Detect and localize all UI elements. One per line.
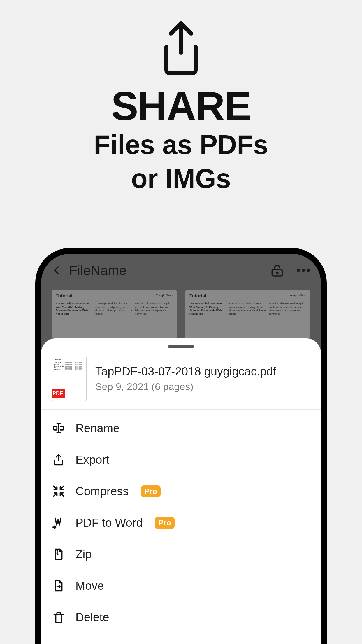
export-action[interactable]: Export (52, 444, 310, 475)
move-label: Move (75, 579, 104, 592)
pro-badge: Pro (155, 517, 174, 529)
phone-screen: FileName (41, 254, 321, 644)
move-icon (52, 579, 66, 593)
compress-icon (52, 484, 66, 498)
delete-icon (52, 610, 66, 624)
rename-action[interactable]: Rename (52, 412, 310, 444)
promo-subline-2: or IMGs (0, 163, 362, 194)
zip-icon (52, 547, 66, 561)
actions-list: Rename Export (41, 410, 321, 633)
file-meta: Sep 9, 2021 (6 pages) (95, 381, 276, 392)
file-name: TapPDF-03-07-2018 guygigcac.pdf (95, 365, 276, 378)
export-label: Export (75, 453, 109, 466)
promo-area: SHARE Files as PDFs or IMGs (0, 0, 362, 194)
zip-action[interactable]: Zip (52, 538, 310, 570)
action-sheet: Tutorial Are Your Digital Documents Web … (41, 338, 321, 644)
pdf-to-word-icon (52, 516, 66, 530)
pdf-to-word-label: PDF to Word (75, 516, 143, 529)
file-header: Tutorial Are Your Digital Documents Web … (41, 356, 321, 410)
rename-icon (52, 421, 66, 435)
delete-label: Delete (75, 611, 109, 624)
compress-label: Compress (75, 485, 129, 498)
rename-label: Rename (75, 422, 120, 435)
sheet-grabber[interactable] (168, 345, 194, 348)
move-action[interactable]: Move (52, 570, 310, 601)
promo-headline: SHARE (0, 86, 362, 127)
pdf-to-word-action[interactable]: PDF to Word Pro (52, 507, 310, 538)
delete-action[interactable]: Delete (52, 601, 310, 633)
phone-frame: FileName (35, 248, 327, 644)
file-thumbnail: Tutorial Are Your Digital Documents Web … (52, 356, 87, 401)
share-icon (156, 20, 206, 76)
pro-badge: Pro (141, 485, 160, 497)
pdf-badge: PDF (52, 389, 65, 398)
promo-subline-1: Files as PDFs (0, 130, 362, 160)
zip-label: Zip (75, 548, 92, 561)
compress-action[interactable]: Compress Pro (52, 475, 310, 507)
export-icon (52, 453, 66, 467)
